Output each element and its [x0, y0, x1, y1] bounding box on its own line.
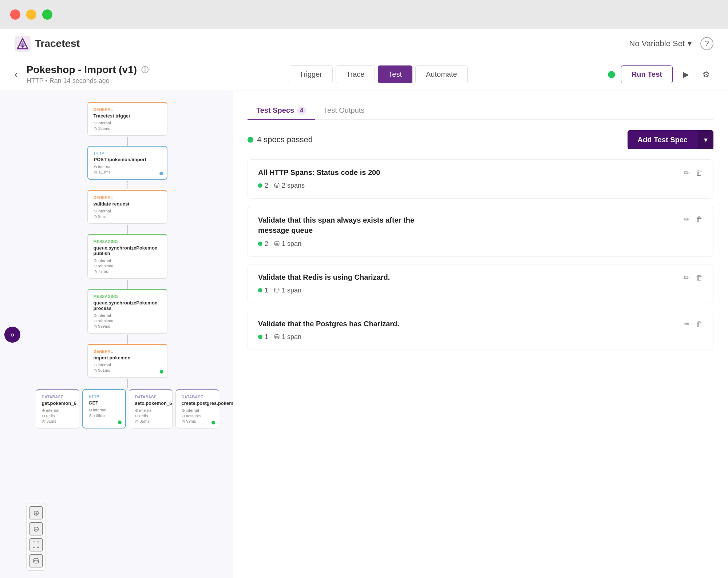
node-meta-duration: ◷ 113ms — [94, 170, 161, 175]
node-validate-request[interactable]: GENERAL validate request ⊙ internal ◷ 9m… — [87, 190, 167, 224]
spans-icon: ⛁ — [274, 333, 280, 341]
node-status-dot — [118, 420, 122, 424]
stat-item-spans: ⛁ 1 span — [274, 286, 301, 294]
network-button[interactable]: ⛁ — [29, 554, 43, 567]
stat-count: 1 — [265, 333, 268, 341]
connector-4 — [127, 280, 128, 289]
zoom-in-button[interactable]: ⊕ — [29, 506, 43, 519]
mac-close-button[interactable] — [10, 9, 20, 20]
node-get-http[interactable]: HTTP GET ⊙ internal ◷ 768ms — [82, 389, 126, 428]
node-meta-duration: ◷ 999ms — [94, 324, 161, 329]
help-button[interactable]: ? — [700, 37, 713, 50]
edit-spec-1-button[interactable]: ✏ — [684, 215, 690, 224]
node-meta-duration: ◷ 77ms — [94, 269, 161, 274]
spec-card-header: Validate that this span always exists af… — [258, 215, 703, 235]
chevron-down-icon: ▾ — [688, 39, 692, 48]
node-import-pokemon[interactable]: GENERAL import pokemon ⊙ internal ◷ 961m… — [87, 344, 167, 378]
node-meta: ⊙ internal ⊙ postgres ◷ 99ms — [182, 408, 213, 424]
fit-screen-button[interactable]: ⛶ — [29, 538, 43, 551]
node-queue-process[interactable]: MESSAGING queue.synchronizePokemon proce… — [87, 289, 167, 334]
delete-spec-0-button[interactable]: 🗑 — [696, 168, 703, 177]
node-label-general: GENERAL — [94, 195, 161, 200]
node-meta-internal: ⊙ internal — [94, 164, 161, 169]
add-test-spec-dropdown-button[interactable]: ▾ — [698, 130, 713, 149]
mac-buttons — [10, 9, 52, 20]
tab-trigger[interactable]: Trigger — [289, 65, 333, 83]
add-test-spec-button[interactable]: Add Test Spec — [628, 130, 698, 149]
passed-dot — [248, 137, 253, 143]
edit-spec-3-button[interactable]: ✏ — [684, 320, 690, 328]
tab-trace[interactable]: Trace — [336, 65, 375, 83]
node-post-pokemon-import[interactable]: HTTP POST /pokemon/import ⊙ internal ◷ 1… — [87, 146, 167, 180]
node-queue-publish[interactable]: MESSAGING queue.synchronizePokemon publi… — [87, 234, 167, 279]
delete-spec-2-button[interactable]: 🗑 — [696, 273, 703, 282]
stat-item-spans: ⛁ 1 span — [274, 240, 301, 248]
node-meta-rabbitmq: ⊙ rabbitmq — [94, 264, 161, 268]
node-get-pokemon[interactable]: DATABASE get.pokemon_6 ⊙ internal ⊙ redi… — [36, 389, 79, 428]
stat-dot — [258, 288, 262, 292]
edit-spec-2-button[interactable]: ✏ — [684, 273, 690, 282]
node-name: Tracetest trigger — [94, 113, 161, 119]
stat-count: 2 — [265, 182, 268, 190]
spec-stats: 2 ⛁ 1 span — [258, 240, 703, 248]
add-spec-button-group: Add Test Spec ▾ — [628, 130, 713, 149]
delete-spec-1-button[interactable]: 🗑 — [696, 215, 703, 224]
right-panel: Test Specs 4 Test Outputs 4 specs passed — [233, 91, 728, 578]
connector-2-dashed — [127, 181, 128, 190]
node-meta: ⊙ internal ◷ 155ms — [94, 121, 161, 131]
page-title-text: Pokeshop - Import (v1) — [27, 64, 137, 76]
tab-test[interactable]: Test — [378, 65, 412, 83]
page-header-nav: Trigger Trace Test Automate — [149, 65, 608, 83]
connector-3 — [127, 225, 128, 234]
svg-point-3 — [21, 45, 24, 48]
terminal-icon-button[interactable]: ▶ — [678, 67, 693, 82]
logo-area: Tracetest — [15, 36, 80, 52]
variable-set-selector[interactable]: No Variable Set ▾ — [629, 39, 692, 48]
node-name: queue.synchronizePokemon publish — [94, 245, 161, 256]
back-arrow-icon[interactable]: ‹ — [15, 69, 18, 80]
stat-count: 1 — [265, 287, 268, 294]
top-right-area: No Variable Set ▾ ? — [629, 37, 713, 50]
node-setx-pokemon[interactable]: DATABASE setx.pokemon_6 ⊙ internal ⊙ red… — [129, 389, 173, 428]
tab-automate[interactable]: Automate — [415, 65, 468, 83]
node-meta: ⊙ internal ⊙ redis ◷ 35ms — [135, 408, 166, 424]
node-meta: ⊙ internal ◷ 768ms — [89, 408, 119, 418]
specs-passed-indicator: 4 specs passed — [248, 135, 313, 144]
body-area: » GENERAL Tracetest trigger ⊙ internal ◷… — [0, 91, 728, 578]
node-meta-internal: ⊙ internal — [94, 363, 161, 367]
mac-titlebar — [0, 0, 728, 29]
node-name: validate request — [94, 201, 161, 207]
spec-title: Validate that this span always exists af… — [258, 215, 414, 235]
tab-test-specs[interactable]: Test Specs 4 — [248, 102, 315, 120]
node-create-postgres[interactable]: DATABASE create.postgres.pokemon ⊙ inter… — [175, 389, 219, 428]
mac-maximize-button[interactable] — [42, 9, 52, 20]
zoom-out-button[interactable]: ⊖ — [29, 522, 43, 535]
stat-dot — [258, 242, 262, 246]
node-tracetest-trigger[interactable]: GENERAL Tracetest trigger ⊙ internal ◷ 1… — [87, 102, 167, 136]
variable-set-label: No Variable Set — [629, 39, 685, 48]
mac-minimize-button[interactable] — [26, 9, 36, 20]
test-specs-tab-label: Test Specs — [256, 106, 294, 115]
page-title-area: Pokeshop - Import (v1) ⓘ HTTP • Ran 14 s… — [27, 64, 149, 85]
edit-spec-0-button[interactable]: ✏ — [684, 168, 690, 177]
page-header-left: ‹ Pokeshop - Import (v1) ⓘ HTTP • Ran 14… — [15, 64, 149, 85]
diagram-area: » GENERAL Tracetest trigger ⊙ internal ◷… — [0, 91, 233, 578]
node-meta-internal: ⊙ internal — [94, 209, 161, 214]
spec-card-actions: ✏ 🗑 — [684, 215, 703, 224]
node-name: get.pokemon_6 — [42, 400, 73, 406]
node-label-messaging: MESSAGING — [94, 294, 161, 299]
settings-icon-button[interactable]: ⚙ — [699, 67, 713, 82]
expand-sidebar-button[interactable]: » — [4, 327, 20, 343]
spec-card-header: All HTTP Spans: Status code is 200 ✏ 🗑 — [258, 168, 703, 177]
tab-test-outputs[interactable]: Test Outputs — [315, 102, 373, 120]
zoom-out-icon: ⊖ — [33, 525, 39, 533]
delete-spec-3-button[interactable]: 🗑 — [696, 320, 703, 328]
node-label-general: GENERAL — [94, 349, 161, 354]
run-test-button[interactable]: Run Test — [621, 65, 673, 83]
info-icon[interactable]: ⓘ — [141, 65, 149, 75]
bottom-nodes-row: DATABASE get.pokemon_6 ⊙ internal ⊙ redi… — [36, 389, 219, 430]
node-status-dot — [211, 421, 215, 424]
node-name: queue.synchronizePokemon process — [94, 300, 161, 311]
node-meta: ⊙ internal ⊙ redis ◷ 31ms — [42, 408, 73, 424]
node-meta: ⊙ internal ◷ 113ms — [94, 164, 161, 175]
